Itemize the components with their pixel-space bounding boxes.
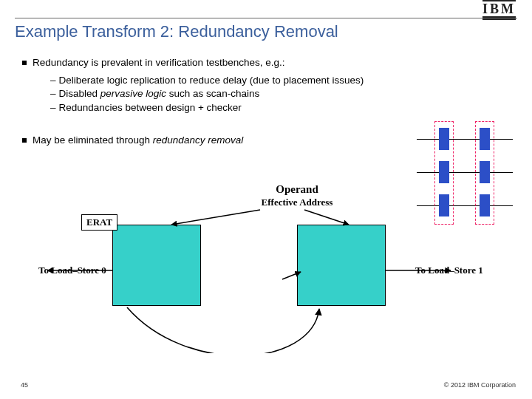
header-divider (15, 18, 517, 18)
copyright-text: © 2012 IBM Corporation (444, 381, 516, 389)
sub-bullet-1: –Deliberate logic replication to reduce … (50, 74, 514, 87)
page-number: 45 (21, 381, 28, 389)
sub-bullet-3: –Redundancies between design + checker (50, 101, 514, 115)
wires-svg (38, 183, 474, 353)
svg-line-4 (282, 272, 301, 279)
bullet-square-icon (22, 61, 27, 65)
svg-line-0 (171, 210, 260, 225)
architecture-diagram: Operand Effective Address ERAT To Load–S… (38, 183, 474, 353)
slide-title: Example Transform 2: Redundancy Removal (15, 22, 338, 41)
bullet-1: Redundancy is prevalent in verification … (22, 56, 514, 69)
brand-logo: IBM (482, 1, 516, 17)
bullet-1-text: Redundancy is prevalent in verification … (33, 57, 284, 68)
redundancy-group-2 (475, 121, 494, 225)
bullet-square-icon (22, 138, 27, 143)
svg-line-1 (304, 210, 349, 225)
sub-bullet-2: –Disabled pervasive logic such as scan-c… (50, 87, 514, 100)
